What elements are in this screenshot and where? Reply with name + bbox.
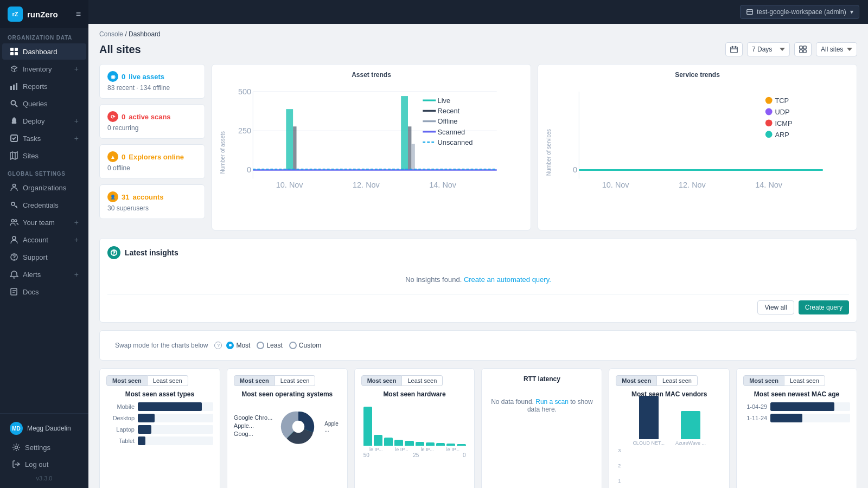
- radio-custom[interactable]: Custom: [289, 342, 321, 349]
- deploy-plus[interactable]: +: [74, 117, 79, 125]
- live-assets-card: ◉ 0 live assets 83 recent · 134 offline: [99, 64, 205, 99]
- info-icon[interactable]: ?: [214, 342, 222, 349]
- sidebar-item-logout[interactable]: Log out: [4, 456, 84, 472]
- svg-line-8: [15, 105, 17, 107]
- avatar: MD: [10, 422, 23, 435]
- insights-create-link[interactable]: Create an automated query.: [464, 275, 551, 284]
- sidebar-item-alerts[interactable]: Alerts +: [2, 266, 86, 282]
- svg-text:12. Nov: 12. Nov: [679, 181, 706, 189]
- view-all-button[interactable]: View all: [757, 300, 794, 314]
- mac-age-most-tab[interactable]: Most seen: [743, 375, 784, 386]
- radio-most-circle: [226, 342, 234, 349]
- alerts-plus[interactable]: +: [74, 270, 79, 279]
- radio-custom-label: Custom: [299, 342, 321, 349]
- radio-least[interactable]: Least: [257, 342, 282, 349]
- sidebar-item-reports[interactable]: Reports: [2, 78, 86, 94]
- mac-vendors-card: Most seen Least seen Most seen MAC vendo…: [609, 368, 730, 488]
- sites-icon-button[interactable]: [794, 42, 812, 56]
- accounts-label: accounts: [132, 193, 163, 201]
- mac-age-label-1: 1-04-29: [743, 403, 767, 410]
- sidebar-item-tasks[interactable]: Tasks +: [2, 130, 86, 146]
- mac-age-least-tab[interactable]: Least seen: [784, 375, 825, 386]
- sidebar-item-queries[interactable]: Queries: [2, 95, 86, 112]
- radio-group: Most Least Custom: [226, 342, 321, 349]
- insights-header: Latest insights: [107, 246, 849, 259]
- os-most-tab[interactable]: Most seen: [234, 375, 275, 386]
- mac-vendors-least-tab[interactable]: Least seen: [657, 375, 698, 386]
- svg-rect-33: [803, 50, 806, 53]
- team-plus[interactable]: +: [74, 218, 79, 227]
- sidebar-item-sites[interactable]: Sites: [2, 147, 86, 164]
- svg-rect-45: [411, 144, 414, 170]
- mac-age-fill-2: [770, 414, 802, 422]
- asset-types-title: Most seen asset types: [106, 390, 213, 398]
- hamburger-icon[interactable]: ≡: [76, 9, 81, 19]
- calendar-button[interactable]: [725, 42, 743, 56]
- svg-rect-41: [286, 109, 293, 170]
- sidebar-item-settings[interactable]: Settings: [4, 439, 84, 455]
- sidebar-item-inventory[interactable]: Inventory +: [2, 61, 86, 77]
- time-select[interactable]: 7 Days 30 Days 90 Days 1 Year: [747, 42, 790, 56]
- mac-age-title: Most seen newest MAC age: [743, 390, 850, 398]
- asset-trends-title: Asset trends: [219, 71, 524, 79]
- mac-vendor-2-bar: [681, 411, 700, 439]
- insights-empty-text: No insights found.: [405, 275, 462, 284]
- settings-label: Settings: [25, 444, 50, 452]
- accounts-count: 31: [122, 193, 129, 201]
- hbar-laptop: Laptop: [106, 425, 213, 434]
- mac-vendor-1-label: CLOUD NET...: [633, 440, 665, 446]
- sidebar-item-account[interactable]: Account +: [2, 232, 86, 248]
- mac-vendors-most-tab[interactable]: Most seen: [616, 375, 657, 386]
- sites-select[interactable]: All sites: [816, 42, 857, 56]
- mac-vendors-title: Most seen MAC vendors: [616, 390, 723, 398]
- hw-bar-5: [405, 441, 413, 446]
- hw-least-tab[interactable]: Least seen: [402, 375, 443, 386]
- sidebar-item-credentials[interactable]: Credentials: [2, 197, 86, 213]
- users-icon: [10, 218, 18, 227]
- hardware-card: Most seen Least seen Most seen hardware: [354, 368, 475, 488]
- hw-most-tab[interactable]: Most seen: [361, 375, 403, 386]
- sidebar-item-dashboard[interactable]: Dashboard: [2, 43, 86, 60]
- sidebar-item-your-team[interactable]: Your team +: [2, 214, 86, 230]
- os-tabs: Most seen Least seen: [234, 375, 341, 386]
- svg-text:Live: Live: [438, 97, 451, 105]
- radio-most[interactable]: Most: [226, 342, 250, 349]
- sidebar-item-label: Account: [23, 236, 48, 244]
- svg-point-77: [114, 255, 114, 255]
- os-card: Most seen Least seen Most seen operating…: [227, 368, 348, 488]
- hw-bar-4: [394, 440, 403, 446]
- asset-types-bars: Mobile Desktop Laptop Tablet: [106, 402, 213, 445]
- os-least-tab[interactable]: Least seen: [275, 375, 316, 386]
- sidebar-item-deploy[interactable]: Deploy +: [2, 113, 86, 129]
- create-query-button[interactable]: Create query: [799, 300, 849, 314]
- asset-types-least-tab[interactable]: Least seen: [148, 375, 188, 386]
- hw-bar-1: [363, 407, 372, 446]
- svg-rect-32: [800, 50, 802, 53]
- page-title: All sites: [99, 43, 141, 56]
- sidebar-item-organizations[interactable]: Organizations: [2, 179, 86, 196]
- sidebar-item-docs[interactable]: Docs: [2, 284, 86, 300]
- account-plus[interactable]: +: [74, 235, 79, 244]
- service-trends-card: Service trends Number of services 0 10. …: [538, 64, 857, 230]
- tasks-plus[interactable]: +: [74, 134, 79, 143]
- rtt-run-scan-link[interactable]: Run a scan: [535, 398, 569, 406]
- asset-types-most-tab[interactable]: Most seen: [106, 375, 148, 386]
- dashboard-body: All sites 7 Days 30 Days 90 Days 1 Year: [88, 42, 868, 488]
- explorers-header: ▲ 0 Explorers online: [107, 151, 197, 162]
- breadcrumb-console[interactable]: Console: [99, 30, 123, 38]
- hbar-mobile-fill: [138, 402, 202, 411]
- os-pie-label: Apple ...: [324, 421, 340, 433]
- swap-mode-card: Swap mode for the charts below ? Most Le…: [99, 330, 857, 361]
- grid-icon: [10, 47, 18, 56]
- live-assets-header: ◉ 0 live assets: [107, 71, 197, 82]
- inventory-plus[interactable]: +: [74, 65, 79, 73]
- sidebar-item-label: Alerts: [23, 271, 41, 279]
- sidebar-item-label: Tasks: [23, 134, 41, 143]
- rtt-card: RTT latency No data found. Run a scan to…: [481, 368, 602, 488]
- hw-bar-10: [457, 444, 465, 446]
- workspace-selector[interactable]: test-google-workspace (admin) ▾: [740, 5, 859, 19]
- org-section-label: ORGANIZATION DATA: [0, 28, 88, 43]
- svg-marker-10: [10, 152, 17, 159]
- sidebar-item-label: Dashboard: [23, 48, 58, 56]
- sidebar-item-support[interactable]: Support: [2, 249, 86, 265]
